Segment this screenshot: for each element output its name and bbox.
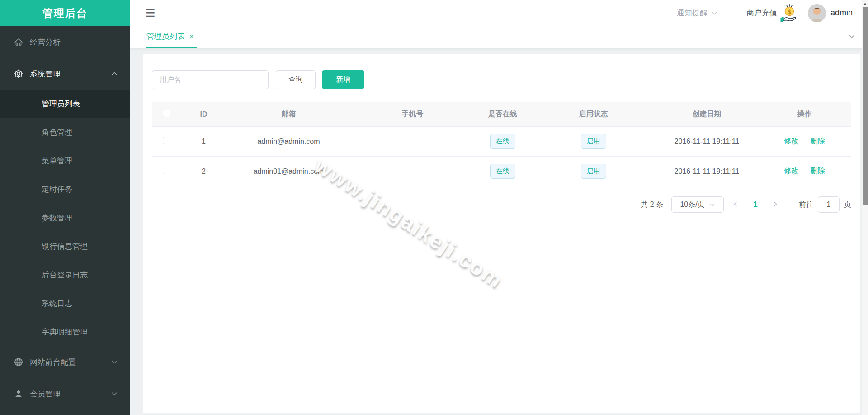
sidebar-item-menu[interactable]: 菜单管理 (0, 147, 130, 175)
row-checkbox[interactable] (163, 167, 170, 174)
sidebar-item-analysis[interactable]: 经营分析 (0, 26, 130, 58)
app-window: 管理后台 经营分析 系统管理 管理员列表 角色管理 菜单管理 定时任务 (0, 0, 868, 415)
search-input[interactable] (152, 70, 269, 89)
pagination: 共 2 条 10条/页 1 前往 页 (152, 196, 851, 213)
topbar: ☰ 通知提醒 商户充值 $ (130, 0, 868, 26)
pagination-total: 共 2 条 (641, 200, 663, 210)
sidebar-item-admin-list[interactable]: 管理员列表 (0, 90, 130, 118)
tab-label: 管理员列表 (146, 31, 185, 42)
avatar (808, 4, 826, 22)
user-menu[interactable]: admin (808, 4, 853, 22)
online-badge: 在线 (490, 134, 515, 149)
admin-list-panel: 查询 新增 ID 邮箱 手机号 是否在线 (143, 54, 860, 413)
tab-bar: 管理员列表 × (130, 26, 868, 48)
cell-phone (351, 127, 474, 157)
sidebar-item-site-config[interactable]: 网站前台配置 (0, 346, 130, 378)
sidebar-item-sys-log[interactable]: 系统日志 (0, 289, 130, 318)
delete-link[interactable]: 删除 (811, 137, 825, 145)
goto-page-input[interactable] (818, 196, 840, 213)
sidebar-item-cron[interactable]: 定时任务 (0, 175, 130, 204)
table-row: 1 admin@admin.com 在线 启用 2016-11-11 19:11… (152, 127, 851, 157)
col-online: 是否在线 (474, 102, 531, 127)
recharge-label: 商户充值 (746, 8, 777, 18)
chevron-up-icon (111, 71, 118, 77)
col-phone: 手机号 (351, 102, 474, 127)
sidebar-item-role[interactable]: 角色管理 (0, 118, 130, 147)
sidebar: 管理后台 经营分析 系统管理 管理员列表 角色管理 菜单管理 定时任务 (0, 0, 130, 415)
scroll-up-icon[interactable]: ▲ (862, 0, 868, 7)
sidebar-item-label: 会员管理 (30, 389, 111, 399)
topbar-right: 通知提醒 商户充值 $ (677, 3, 853, 24)
sidebar-item-system[interactable]: 系统管理 (0, 58, 130, 90)
sidebar-item-dict[interactable]: 字典明细管理 (0, 318, 130, 346)
chevron-right-icon (772, 201, 778, 207)
chevron-down-icon (111, 391, 118, 397)
chevron-left-icon (732, 201, 739, 207)
col-status: 启用状态 (531, 102, 656, 127)
goto-label: 前往 (799, 200, 813, 210)
add-button[interactable]: 新增 (322, 70, 364, 89)
col-email: 邮箱 (226, 102, 351, 127)
app-logo: 管理后台 (0, 0, 130, 26)
cell-email: admin@admin.com (226, 127, 351, 157)
cell-id: 2 (181, 157, 226, 186)
scrollbar-thumb[interactable] (863, 7, 868, 205)
username-label: admin (830, 8, 853, 18)
sidebar-menu: 经营分析 系统管理 管理员列表 角色管理 菜单管理 定时任务 参数管理 银行信息… (0, 26, 130, 415)
page-size-select[interactable]: 10条/页 (671, 196, 724, 213)
merchant-recharge-button[interactable]: 商户充值 $ (746, 3, 800, 24)
chevron-down-icon (848, 33, 855, 40)
delete-link[interactable]: 删除 (811, 167, 825, 175)
status-badge: 启用 (581, 134, 606, 149)
admin-table: ID 邮箱 手机号 是否在线 启用状态 创建日期 操作 1 (152, 102, 851, 186)
sidebar-item-member[interactable]: 会员管理 (0, 378, 130, 410)
online-badge: 在线 (490, 164, 515, 179)
sidebar-item-label: 系统管理 (30, 69, 111, 79)
next-page-button[interactable] (766, 200, 784, 210)
chevron-down-icon (711, 10, 717, 16)
sidebar-item-label: 网站前台配置 (30, 357, 111, 367)
chevron-down-icon (709, 202, 715, 208)
sidebar-item-label: 经营分析 (30, 37, 118, 48)
gear-icon (14, 69, 24, 79)
content-area: 查询 新增 ID 邮箱 手机号 是否在线 (130, 48, 868, 415)
cell-id: 1 (181, 127, 226, 157)
coin-hand-icon: $ (779, 3, 800, 24)
main-area: ☰ 通知提醒 商户充值 $ (130, 0, 868, 415)
select-all-checkbox[interactable] (163, 110, 170, 117)
user-icon (14, 389, 24, 399)
edit-link[interactable]: 修改 (784, 137, 798, 145)
query-button[interactable]: 查询 (276, 70, 316, 89)
globe-icon (14, 357, 24, 367)
table-row: 2 admin01@admin.com 在线 启用 2016-11-11 19:… (152, 157, 851, 186)
svg-text:$: $ (787, 8, 792, 15)
edit-link[interactable]: 修改 (784, 167, 798, 175)
scrollbar[interactable]: ▲ (862, 0, 868, 415)
sidebar-item-params[interactable]: 参数管理 (0, 204, 130, 232)
sidebar-item-bank[interactable]: 银行信息管理 (0, 232, 130, 261)
current-page[interactable]: 1 (747, 200, 764, 209)
home-icon (14, 37, 24, 47)
notice-dropdown[interactable]: 通知提醒 (677, 8, 717, 18)
status-badge: 启用 (581, 164, 606, 179)
tab-collapse-button[interactable] (844, 30, 860, 44)
col-created: 创建日期 (656, 102, 758, 127)
search-toolbar: 查询 新增 (152, 70, 851, 89)
tab-admin-list[interactable]: 管理员列表 × (146, 31, 197, 48)
cell-created: 2016-11-11 19:11:11 (656, 157, 758, 186)
sidebar-submenu-system: 管理员列表 角色管理 菜单管理 定时任务 参数管理 银行信息管理 后台登录日志 … (0, 90, 130, 346)
cell-phone (351, 157, 474, 186)
row-checkbox[interactable] (163, 137, 170, 144)
page-size-value: 10条/页 (680, 200, 704, 210)
col-id: ID (181, 102, 226, 127)
notice-label: 通知提醒 (677, 8, 708, 18)
goto-unit: 页 (844, 200, 851, 210)
prev-page-button[interactable] (726, 200, 745, 210)
cell-created: 2016-11-11 19:11:11 (656, 127, 758, 157)
hamburger-icon[interactable]: ☰ (146, 8, 156, 19)
table-header-row: ID 邮箱 手机号 是否在线 启用状态 创建日期 操作 (152, 102, 851, 127)
close-icon[interactable]: × (189, 32, 194, 41)
sidebar-item-login-log[interactable]: 后台登录日志 (0, 261, 130, 289)
chevron-down-icon (111, 359, 118, 365)
cell-email: admin01@admin.com (226, 157, 351, 186)
